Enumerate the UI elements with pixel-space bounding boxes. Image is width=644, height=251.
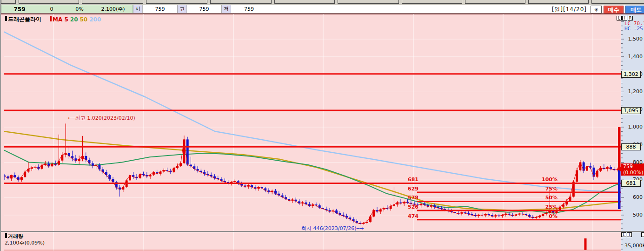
vol-i-button[interactable]: I	[627, 232, 632, 237]
fib-price-label: 629	[400, 186, 418, 192]
quote-header: 759 0 0% 2,100(주) 시 759 고 759 저 759 [일][…	[1, 5, 644, 14]
axis-ticks	[621, 17, 624, 249]
toolbar-button[interactable]	[528, 0, 589, 4]
axis-lir-buttons: L I R	[617, 16, 633, 20]
price-axis-tick: 1,200	[625, 88, 643, 95]
volume-bar	[584, 238, 587, 250]
price-axis-tick: 1,400	[625, 54, 643, 60]
buy-button[interactable]: 매수	[604, 6, 624, 14]
legend-marker-icon	[5, 16, 7, 21]
price-level-badge: 681	[621, 180, 641, 187]
chart-settings-button[interactable]: ✳	[591, 6, 602, 14]
all-time-high-annotation: ←─최고 1,020(2023/02/10)	[68, 115, 135, 122]
sell-button[interactable]: 매도	[625, 6, 644, 14]
toolbar-button[interactable]	[82, 0, 143, 4]
volume-lir-buttons: L I	[621, 232, 632, 237]
fib-percent-label: 75%	[538, 186, 558, 192]
gear-icon: ✳	[594, 7, 598, 13]
level-lines	[4, 74, 621, 220]
price-axis-tick: 800	[625, 159, 643, 165]
ma50-legend: 50	[80, 16, 87, 23]
volume-pane-value: 2,100주(0.09%)	[5, 239, 45, 246]
fib-percent-label: 25%	[538, 204, 558, 210]
fib-percent-label: 100%	[538, 176, 558, 183]
fib-percent-label: 0%	[538, 213, 558, 219]
price-level-badge: 1,302	[621, 71, 641, 78]
hc-indicator: HC -25.59	[624, 26, 644, 31]
low-label: 저	[221, 5, 231, 13]
toolbar-button[interactable]	[465, 0, 525, 4]
toolbar-button[interactable]	[210, 0, 272, 4]
ma200-legend: 200	[89, 16, 101, 23]
fib-price-label: 526	[400, 204, 418, 210]
price-axis-tick: 600	[625, 194, 643, 200]
ma-line-ma20	[4, 150, 620, 213]
fib-percent-label: 50%	[538, 195, 558, 201]
current-price-pct: (0.00%)	[623, 170, 644, 176]
fib-price-label: 578	[400, 195, 418, 201]
toolbar-button[interactable]	[274, 0, 335, 4]
symbol-title: 드래곤플라이	[5, 15, 41, 23]
price-level-badge: 888	[621, 143, 641, 150]
depth-bar-down	[618, 170, 621, 209]
quote-summary: 759 0 0% 2,100(주)	[1, 5, 133, 13]
high-value: 759	[187, 5, 221, 13]
volume-marker-icon	[5, 233, 7, 238]
vol-l-button[interactable]: L	[621, 232, 626, 237]
fib-price-label: 681	[400, 176, 418, 183]
open-value: 759	[143, 5, 177, 13]
toolbar-button[interactable]	[338, 0, 399, 4]
high-label: 고	[177, 5, 187, 13]
current-price-arrow-icon	[617, 167, 621, 171]
price-axis-tick: 1,000	[625, 124, 643, 130]
price-change: 0	[38, 5, 66, 13]
volume-axis-label: 35,000K	[624, 243, 644, 249]
price-level-badge: 1,095	[621, 107, 641, 114]
current-price-label: 759 (0.00%)	[621, 163, 644, 176]
volume-pane-title: 거래량	[5, 233, 23, 240]
moving-averages	[4, 32, 620, 213]
ma-legend: MA 5	[50, 16, 68, 23]
lir-r-button[interactable]: R	[628, 16, 633, 20]
traded-volume: 2,100(주)	[93, 5, 133, 13]
lir-l-button[interactable]: L	[617, 16, 622, 20]
last-price: 759	[1, 5, 38, 13]
toolbar-button[interactable]	[146, 0, 207, 4]
toolbar-button[interactable]	[19, 0, 79, 4]
vol-r-button-partial[interactable]	[641, 232, 644, 237]
period-indicator: [일][14/20]	[552, 6, 587, 14]
lir-i-button[interactable]: I	[622, 16, 627, 20]
toolbar-button[interactable]	[591, 0, 644, 4]
ma-line-ma50	[4, 131, 620, 210]
ma-marker-icon	[50, 16, 52, 21]
all-time-low-annotation: 최저 446(2023/07/26)─→	[301, 225, 364, 232]
open-label: 시	[133, 5, 143, 13]
fib-price-label: 474	[400, 213, 418, 219]
toolbar-button[interactable]	[402, 0, 462, 4]
toolbar-button[interactable]	[1, 0, 16, 4]
price-axis-tick: 1,500	[625, 36, 643, 42]
chart-legend: 드래곤플라이 MA 5 20 50 200	[5, 15, 101, 23]
price-change-pct: 0%	[66, 5, 93, 13]
hts-chart-window: 759 0 0% 2,100(주) 시 759 고 759 저 759 [일][…	[0, 0, 644, 251]
depth-bar-up	[618, 127, 621, 170]
ma20-legend: 20	[70, 16, 78, 23]
gridlines	[4, 14, 621, 251]
price-axis-tick: 500	[625, 212, 643, 218]
